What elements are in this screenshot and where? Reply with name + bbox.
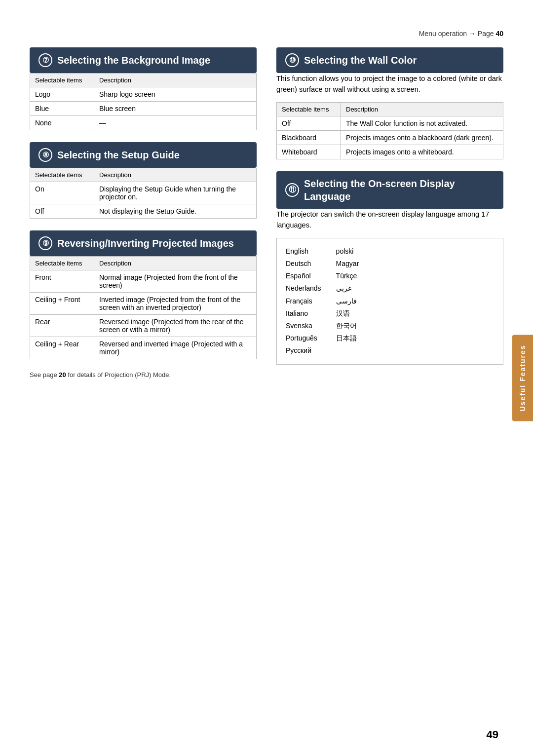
menu-operation: Menu operation → Page 40 bbox=[30, 30, 503, 38]
table-row: BlueBlue screen bbox=[30, 102, 257, 116]
section-10-col2-header: Description bbox=[341, 102, 503, 116]
language-item: Nederlands bbox=[286, 282, 321, 295]
left-column: ⑦ Selecting the Background Image Selecta… bbox=[30, 47, 257, 389]
section-7-header: ⑦ Selecting the Background Image bbox=[30, 47, 257, 73]
language-item: عربي bbox=[336, 282, 359, 295]
language-item: 汉语 bbox=[336, 307, 359, 320]
table-row: None— bbox=[30, 116, 257, 130]
section-10-header: ⑩ Selecting the Wall Color bbox=[276, 47, 503, 73]
language-item: polski bbox=[336, 245, 359, 258]
section-9-number: ⑨ bbox=[38, 236, 52, 250]
section-10-number: ⑩ bbox=[285, 53, 299, 67]
right-column: ⑩ Selecting the Wall Color This function… bbox=[276, 47, 503, 389]
section-9-footer: See page 20 for details of Projection (P… bbox=[30, 371, 257, 378]
table-row: RearReversed image (Projected from the r… bbox=[30, 315, 257, 337]
language-item: Svenska bbox=[286, 320, 321, 332]
section-9-col2-header: Description bbox=[94, 257, 257, 270]
table-row: LogoSharp logo screen bbox=[30, 87, 257, 102]
section-11-number: ⑪ bbox=[285, 183, 299, 197]
language-item: Türkçe bbox=[336, 270, 359, 282]
table-row: FrontNormal image (Projected from the fr… bbox=[30, 270, 257, 293]
language-item: Español bbox=[286, 270, 321, 282]
menu-operation-page: 40 bbox=[495, 30, 503, 38]
section-7-block: ⑦ Selecting the Background Image Selecta… bbox=[30, 47, 257, 130]
section-10-block: ⑩ Selecting the Wall Color This function… bbox=[276, 47, 503, 159]
language-column-2: polskiMagyarTürkçeعربيفارسی汉语한국어日本語 bbox=[336, 245, 359, 357]
language-item: فارسی bbox=[336, 295, 359, 307]
language-item: Deutsch bbox=[286, 258, 321, 270]
table-row: Ceiling + RearReversed and inverted imag… bbox=[30, 337, 257, 359]
section-8-table: Selectable items Description OnDisplayin… bbox=[30, 168, 257, 219]
section-10-desc: This function allows you to project the … bbox=[276, 73, 503, 95]
section-11-title: Selecting the On-screen Display Language bbox=[304, 177, 495, 203]
section-11-header: ⑪ Selecting the On-screen Display Langua… bbox=[276, 171, 503, 209]
sidebar-tab-label: Useful Features bbox=[519, 344, 527, 411]
section-9-title: Reversing/Inverting Projected Images bbox=[57, 237, 234, 250]
language-box: EnglishDeutschEspañolNederlandsFrançaisI… bbox=[276, 238, 503, 365]
section-10-table: Selectable items Description OffThe Wall… bbox=[276, 102, 503, 159]
table-row: WhiteboardProjects images onto a whitebo… bbox=[277, 145, 503, 159]
section-10-col1-header: Selectable items bbox=[277, 102, 341, 116]
section-7-title: Selecting the Background Image bbox=[57, 54, 210, 67]
section-9-col1-header: Selectable items bbox=[30, 257, 94, 270]
section-11-block: ⑪ Selecting the On-screen Display Langua… bbox=[276, 171, 503, 365]
section-10-title: Selecting the Wall Color bbox=[304, 54, 417, 67]
language-item: 日本語 bbox=[336, 332, 359, 344]
language-item: Magyar bbox=[336, 258, 359, 270]
section-8-col1-header: Selectable items bbox=[30, 168, 94, 182]
table-row: BlackboardProjects images onto a blackbo… bbox=[277, 130, 503, 145]
sidebar-tab: Useful Features bbox=[512, 335, 533, 421]
language-item: Italiano bbox=[286, 307, 321, 320]
section-7-col2-header: Description bbox=[94, 74, 257, 87]
table-row: OffNot displaying the Setup Guide. bbox=[30, 204, 257, 219]
language-column-1: EnglishDeutschEspañolNederlandsFrançaisI… bbox=[286, 245, 321, 357]
section-9-header: ⑨ Reversing/Inverting Projected Images bbox=[30, 230, 257, 256]
table-row: Ceiling + FrontInverted image (Projected… bbox=[30, 293, 257, 315]
section-11-desc: The projector can switch the on-screen d… bbox=[276, 209, 503, 231]
section-8-block: ⑧ Selecting the Setup Guide Selectable i… bbox=[30, 142, 257, 219]
section-7-number: ⑦ bbox=[38, 53, 52, 67]
section-7-col1-header: Selectable items bbox=[30, 74, 94, 87]
table-row: OffThe Wall Color function is not activa… bbox=[277, 116, 503, 130]
section-8-number: ⑧ bbox=[38, 148, 52, 162]
section-8-title: Selecting the Setup Guide bbox=[57, 149, 180, 161]
section-8-col2-header: Description bbox=[94, 168, 257, 182]
section-9-block: ⑨ Reversing/Inverting Projected Images S… bbox=[30, 230, 257, 378]
section-9-table: Selectable items Description FrontNormal… bbox=[30, 256, 257, 359]
section-8-header: ⑧ Selecting the Setup Guide bbox=[30, 142, 257, 168]
table-row: OnDisplaying the Setup Guide when turnin… bbox=[30, 182, 257, 204]
section-7-table: Selectable items Description LogoSharp l… bbox=[30, 73, 257, 130]
language-item: Français bbox=[286, 295, 321, 307]
language-item: English bbox=[286, 245, 321, 258]
language-item: Русский bbox=[286, 344, 321, 357]
language-item: Português bbox=[286, 332, 321, 344]
page-container: Useful Features Menu operation → Page 40… bbox=[0, 0, 533, 756]
menu-operation-text: Menu operation → Page bbox=[419, 30, 496, 38]
page-number: 49 bbox=[487, 728, 498, 741]
language-item: 한국어 bbox=[336, 320, 359, 332]
main-content: ⑦ Selecting the Background Image Selecta… bbox=[30, 47, 503, 389]
